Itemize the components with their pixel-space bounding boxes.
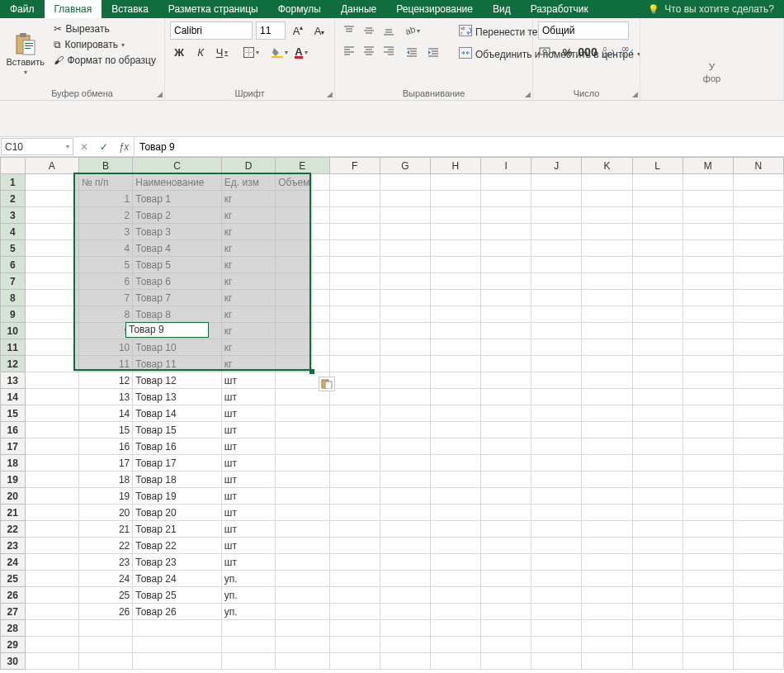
cell[interactable] [632, 389, 682, 405]
comma-style-button[interactable]: 000 [579, 43, 597, 61]
cell[interactable]: 15 [78, 422, 132, 438]
cell[interactable]: 3 [78, 224, 132, 240]
column-header-H[interactable]: H [430, 158, 480, 174]
cell[interactable]: Товар 22 [133, 538, 222, 554]
cell[interactable] [329, 604, 380, 620]
cell[interactable] [25, 438, 78, 455]
cell[interactable]: Наименование [133, 174, 222, 191]
row-header[interactable]: 1 [1, 174, 26, 191]
cell[interactable] [25, 306, 78, 323]
cell[interactable] [329, 554, 380, 571]
cell[interactable] [329, 521, 380, 538]
cell[interactable] [430, 273, 480, 290]
cell[interactable] [380, 505, 430, 521]
cell[interactable] [531, 438, 582, 455]
cell[interactable] [276, 521, 329, 538]
cell[interactable] [733, 438, 783, 455]
cell[interactable] [733, 257, 783, 273]
cell[interactable] [380, 207, 430, 224]
cell[interactable] [682, 554, 733, 571]
cell[interactable] [329, 273, 380, 290]
cell[interactable] [430, 505, 480, 521]
cell[interactable] [380, 372, 430, 389]
row-header[interactable]: 5 [1, 240, 26, 257]
cell[interactable]: Товар 20 [133, 505, 222, 521]
cell[interactable] [329, 438, 380, 455]
cell[interactable] [276, 224, 329, 240]
cell[interactable] [430, 224, 480, 240]
cell[interactable] [430, 538, 480, 554]
cell[interactable]: № п/п [78, 174, 132, 191]
column-header-G[interactable]: G [380, 158, 430, 174]
cell[interactable] [276, 653, 329, 670]
cell[interactable]: Товар 5 [133, 257, 222, 273]
cell[interactable] [733, 472, 783, 488]
cell[interactable]: 25 [78, 587, 132, 604]
cell[interactable] [531, 207, 582, 224]
cell[interactable] [582, 191, 632, 207]
cell[interactable] [481, 224, 531, 240]
cell[interactable] [682, 290, 733, 306]
cell[interactable] [632, 372, 682, 389]
cell[interactable] [481, 620, 531, 637]
cell[interactable] [481, 472, 531, 488]
cell[interactable]: кг [221, 240, 275, 257]
cell[interactable] [531, 620, 582, 637]
formula-input[interactable] [135, 137, 784, 156]
cell[interactable]: 18 [78, 472, 132, 488]
cell[interactable]: кг [221, 323, 275, 339]
cell[interactable] [276, 571, 329, 587]
cell[interactable] [329, 538, 380, 554]
cell[interactable] [531, 323, 582, 339]
cell[interactable] [733, 389, 783, 405]
cell[interactable] [380, 472, 430, 488]
cell[interactable] [733, 191, 783, 207]
cell[interactable] [531, 224, 582, 240]
cell[interactable] [632, 505, 682, 521]
increase-indent-button[interactable] [424, 43, 442, 61]
cell[interactable]: Товар 16 [133, 438, 222, 455]
cell[interactable] [632, 488, 682, 505]
cell[interactable] [380, 488, 430, 505]
cell[interactable] [25, 554, 78, 571]
cell[interactable] [430, 455, 480, 472]
tab-data[interactable]: Данные [331, 0, 386, 18]
cell[interactable] [582, 653, 632, 670]
cell[interactable] [582, 207, 632, 224]
cell[interactable] [25, 372, 78, 389]
cell[interactable] [276, 273, 329, 290]
cell[interactable] [733, 587, 783, 604]
cell[interactable] [430, 472, 480, 488]
row-header[interactable]: 14 [1, 389, 26, 405]
cell[interactable] [276, 290, 329, 306]
cell[interactable] [582, 488, 632, 505]
cell[interactable]: кг [221, 207, 275, 224]
cell[interactable] [632, 422, 682, 438]
cell[interactable] [682, 538, 733, 554]
cell[interactable] [733, 306, 783, 323]
row-header[interactable]: 16 [1, 422, 26, 438]
alignment-dialog-launcher[interactable]: ◢ [525, 90, 531, 98]
tab-home[interactable]: Главная [45, 0, 102, 18]
cell[interactable] [733, 422, 783, 438]
cell[interactable]: 17 [78, 455, 132, 472]
cell[interactable] [329, 620, 380, 637]
cell[interactable]: Товар 10 [133, 339, 222, 356]
cell[interactable] [481, 290, 531, 306]
cell[interactable] [582, 257, 632, 273]
row-header[interactable]: 23 [1, 538, 26, 554]
cell[interactable] [481, 372, 531, 389]
cell[interactable] [25, 405, 78, 422]
cell[interactable] [682, 323, 733, 339]
cell[interactable] [682, 174, 733, 191]
cell[interactable] [78, 620, 132, 637]
cell[interactable] [481, 554, 531, 571]
cell[interactable] [276, 405, 329, 422]
cell[interactable]: шт [221, 521, 275, 538]
orientation-button[interactable]: ab [403, 21, 421, 40]
tab-view[interactable]: Вид [483, 0, 521, 18]
cell[interactable] [682, 587, 733, 604]
tab-formulas[interactable]: Формулы [268, 0, 331, 18]
cell[interactable]: уп. [221, 604, 275, 620]
cell[interactable] [329, 290, 380, 306]
